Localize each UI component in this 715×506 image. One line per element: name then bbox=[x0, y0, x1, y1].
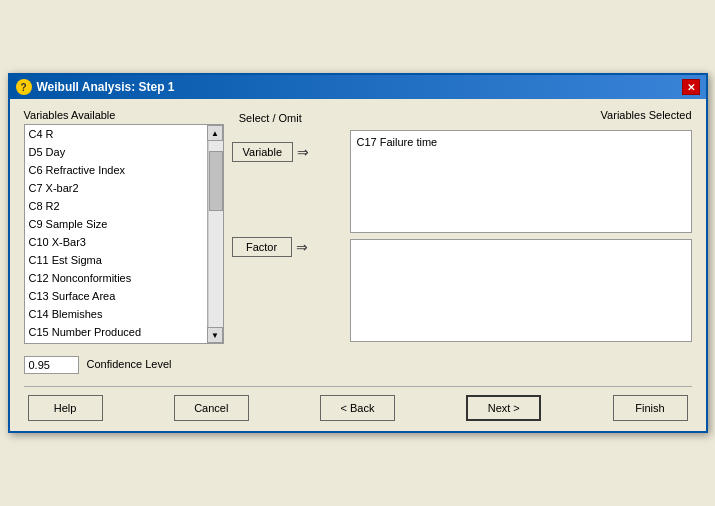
list-item[interactable]: C8 R2 bbox=[25, 197, 207, 215]
left-panel: Variables Available C4 RD5 DayC6 Refract… bbox=[24, 109, 224, 344]
confidence-row: Confidence Level bbox=[24, 356, 692, 374]
dialog-icon: ? bbox=[16, 79, 32, 95]
variables-available-label: Variables Available bbox=[24, 109, 224, 121]
close-button[interactable]: ✕ bbox=[682, 79, 700, 95]
next-button[interactable]: Next > bbox=[466, 395, 541, 421]
scroll-track bbox=[208, 141, 223, 327]
list-item[interactable]: D5 Day bbox=[25, 143, 207, 161]
back-button[interactable]: < Back bbox=[320, 395, 395, 421]
list-item[interactable]: C14 Blemishes bbox=[25, 305, 207, 323]
list-item[interactable]: C6 Refractive Index bbox=[25, 161, 207, 179]
divider bbox=[24, 386, 692, 387]
finish-button[interactable]: Finish bbox=[613, 395, 688, 421]
right-header: Variables Selected bbox=[350, 109, 692, 124]
factor-arrow: ⇒ bbox=[296, 239, 308, 255]
titlebar-left: ? Weibull Analysis: Step 1 bbox=[16, 79, 175, 95]
list-item[interactable]: C13 Surface Area bbox=[25, 287, 207, 305]
right-panel: Variables Selected C17 Failure time bbox=[350, 109, 692, 344]
list-item[interactable]: C7 X-bar2 bbox=[25, 179, 207, 197]
list-item[interactable]: C12 Nonconformities bbox=[25, 269, 207, 287]
scroll-down-arrow[interactable]: ▼ bbox=[207, 327, 223, 343]
confidence-label: Confidence Level bbox=[87, 358, 172, 370]
variables-selected-box: C17 Failure time bbox=[350, 130, 692, 233]
content-area: Variables Available C4 RD5 DayC6 Refract… bbox=[10, 99, 706, 431]
list-item[interactable]: C10 X-Bar3 bbox=[25, 233, 207, 251]
dialog: ? Weibull Analysis: Step 1 ✕ Variables A… bbox=[8, 73, 708, 433]
button-row: Help Cancel < Back Next > Finish bbox=[24, 395, 692, 421]
variable-arrow: ⇒ bbox=[297, 144, 309, 160]
list-item[interactable]: C11 Est Sigma bbox=[25, 251, 207, 269]
factor-selected-box bbox=[350, 239, 692, 342]
variables-selected-label: Variables Selected bbox=[601, 109, 692, 121]
list-item[interactable]: C16 Nonconforming bbox=[25, 341, 207, 343]
help-button[interactable]: Help bbox=[28, 395, 103, 421]
factor-transfer-row: Factor ⇒ bbox=[232, 237, 308, 257]
list-item[interactable]: C9 Sample Size bbox=[25, 215, 207, 233]
scrollbar[interactable]: ▲ ▼ bbox=[207, 125, 223, 343]
variable-button[interactable]: Variable bbox=[232, 142, 294, 162]
select-omit-label-container: Select / Omit Variable ⇒ bbox=[232, 112, 310, 162]
list-item[interactable]: C15 Number Produced bbox=[25, 323, 207, 341]
cancel-button[interactable]: Cancel bbox=[174, 395, 249, 421]
middle-panel: Select / Omit Variable ⇒ Factor ⇒ bbox=[232, 109, 342, 344]
titlebar: ? Weibull Analysis: Step 1 ✕ bbox=[10, 75, 706, 99]
listbox-inner: C4 RD5 DayC6 Refractive IndexC7 X-bar2C8… bbox=[25, 125, 207, 343]
list-item[interactable]: C4 R bbox=[25, 125, 207, 143]
scroll-thumb[interactable] bbox=[209, 151, 223, 211]
variable-transfer-row: Variable ⇒ bbox=[232, 142, 310, 162]
variable-selected-item: C17 Failure time bbox=[355, 133, 687, 151]
scroll-up-arrow[interactable]: ▲ bbox=[207, 125, 223, 141]
confidence-input[interactable] bbox=[24, 356, 79, 374]
main-area: Variables Available C4 RD5 DayC6 Refract… bbox=[24, 109, 692, 344]
dialog-title: Weibull Analysis: Step 1 bbox=[37, 80, 175, 94]
factor-button[interactable]: Factor bbox=[232, 237, 292, 257]
variables-listbox[interactable]: C4 RD5 DayC6 Refractive IndexC7 X-bar2C8… bbox=[24, 124, 224, 344]
select-omit-label: Select / Omit bbox=[232, 112, 310, 124]
